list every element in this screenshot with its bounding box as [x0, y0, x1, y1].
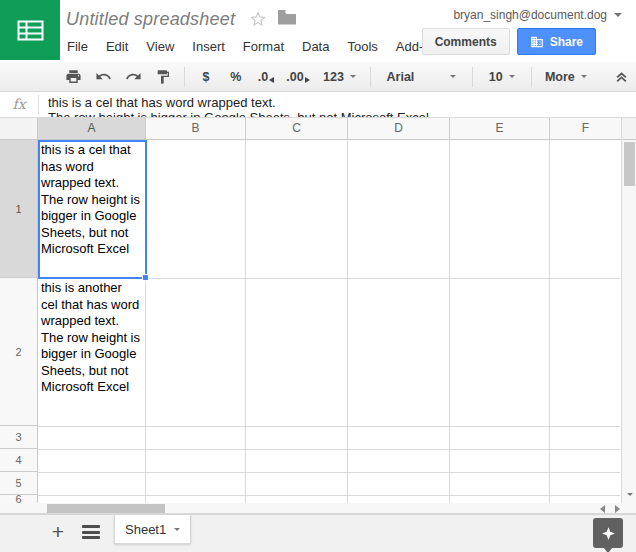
cell-a2[interactable]: this is another cel that has word wrappe… [38, 278, 146, 426]
decrease-decimals-button[interactable]: .0 [253, 65, 279, 89]
scroll-down-caret-icon [627, 493, 633, 496]
gridline [38, 495, 620, 496]
font-family-caret-icon [450, 75, 456, 78]
add-sheet-button[interactable]: + [44, 518, 72, 546]
sheets-logo[interactable] [0, 0, 60, 60]
fill-handle[interactable] [142, 274, 149, 281]
more-dropdown[interactable]: More [540, 65, 592, 89]
scroll-right-icon[interactable] [615, 505, 620, 513]
menu-format[interactable]: Format [234, 36, 293, 57]
hamburger-icon [82, 531, 100, 534]
increase-decimals-button[interactable]: .00 [283, 65, 313, 89]
formula-input[interactable]: this is a cel that has word wrapped text… [39, 92, 636, 117]
fx-label: fx [0, 92, 38, 117]
gridline [38, 449, 620, 450]
account-email: bryan_singh@document.dog [453, 8, 607, 22]
collapse-toolbar-button[interactable] [608, 65, 634, 89]
paint-format-button[interactable] [150, 65, 176, 89]
row-header-1[interactable]: 1 [0, 140, 38, 278]
format-currency-button[interactable]: $ [193, 65, 219, 89]
column-headers: A B C D E F [0, 118, 636, 140]
explore-star-icon [600, 525, 617, 542]
folder-icon [277, 9, 297, 25]
hamburger-icon [82, 525, 100, 528]
menu-bar: File Edit View Insert Format Data Tools … [58, 36, 453, 57]
row-header-6[interactable]: 6 [0, 495, 38, 503]
scroll-left-icon[interactable] [600, 505, 605, 513]
gridline [38, 426, 620, 427]
paint-format-icon [155, 69, 171, 85]
number-format-caret-icon [350, 75, 356, 78]
selection-box [38, 140, 147, 279]
vertical-scrollbar-top [622, 118, 636, 140]
comments-button[interactable]: Comments [422, 28, 510, 55]
currency-label: $ [202, 70, 209, 84]
font-size-caret-icon [509, 75, 515, 78]
share-button[interactable]: Share [517, 28, 596, 55]
row-header-3[interactable]: 3 [0, 426, 38, 449]
column-header-b[interactable]: B [146, 118, 246, 140]
percent-label: % [230, 70, 241, 84]
all-sheets-button[interactable] [80, 523, 102, 541]
sheet-tab-caret-icon [174, 528, 180, 531]
app-header: Untitled spreadsheet File Edit View Inse… [0, 0, 636, 62]
share-domain-icon [530, 35, 544, 49]
row-header-2[interactable]: 2 [0, 278, 38, 426]
vertical-scrollbar[interactable] [621, 118, 636, 503]
account-caret-icon [614, 13, 622, 17]
sheets-grid-icon [17, 20, 44, 41]
more-label: More [545, 70, 575, 84]
decrease-decimals-label: .0 [258, 70, 268, 84]
document-title[interactable]: Untitled spreadsheet [66, 9, 235, 30]
toolbar-separator [472, 67, 473, 87]
menu-insert[interactable]: Insert [183, 36, 234, 57]
formula-line-2: The row height is bigger in Google Sheet… [48, 110, 636, 117]
star-icon [249, 10, 267, 28]
toolbar: $ % .0 .00 123 Arial 10 More [0, 62, 636, 92]
undo-button[interactable] [90, 65, 116, 89]
spreadsheet-grid: A B C D E F 1 2 3 4 5 6 this is a cel th… [0, 118, 636, 503]
header-buttons: Comments Share [422, 28, 596, 55]
explore-button[interactable] [593, 518, 623, 548]
account-menu[interactable]: bryan_singh@document.dog [453, 8, 622, 22]
font-family-dropdown[interactable]: Arial [379, 65, 464, 89]
column-header-d[interactable]: D [348, 118, 450, 140]
horizontal-scrollbar[interactable] [0, 503, 636, 514]
horizontal-scroll-buttons [600, 503, 620, 514]
column-header-e[interactable]: E [450, 118, 550, 140]
menu-tools[interactable]: Tools [338, 36, 386, 57]
row-header-4[interactable]: 4 [0, 449, 38, 472]
print-button[interactable] [60, 65, 86, 89]
vertical-scrollbar-thumb[interactable] [624, 142, 635, 186]
column-header-f[interactable]: F [550, 118, 621, 140]
redo-icon [125, 68, 142, 85]
column-header-c[interactable]: C [246, 118, 348, 140]
menu-file[interactable]: File [58, 36, 97, 57]
move-to-folder-button[interactable] [277, 9, 297, 29]
select-all-corner[interactable] [0, 118, 38, 140]
toolbar-separator [184, 67, 185, 87]
format-percent-button[interactable]: % [223, 65, 249, 89]
sheet-bar: + Sheet1 [0, 514, 636, 552]
menu-edit[interactable]: Edit [97, 36, 137, 57]
title-row: Untitled spreadsheet [66, 7, 297, 31]
increase-decimals-arrow-icon [305, 77, 310, 83]
explore-pointer [603, 547, 613, 552]
toolbar-separator [531, 67, 532, 87]
scroll-down-button[interactable] [622, 487, 636, 501]
menu-data[interactable]: Data [293, 36, 338, 57]
share-label: Share [550, 35, 583, 49]
number-format-dropdown[interactable]: 123 [317, 65, 362, 89]
gridline [38, 472, 620, 473]
sheet-tab-sheet1[interactable]: Sheet1 [114, 515, 191, 544]
menu-view[interactable]: View [137, 36, 183, 57]
hamburger-icon [82, 536, 100, 539]
redo-button[interactable] [120, 65, 146, 89]
formula-line-1: this is a cel that has word wrapped text… [48, 95, 636, 110]
horizontal-scrollbar-thumb[interactable] [47, 504, 165, 513]
row-header-5[interactable]: 5 [0, 472, 38, 495]
font-size-dropdown[interactable]: 10 [481, 65, 523, 89]
column-header-a[interactable]: A [38, 118, 146, 140]
star-button[interactable] [249, 10, 267, 28]
toolbar-separator [370, 67, 371, 87]
